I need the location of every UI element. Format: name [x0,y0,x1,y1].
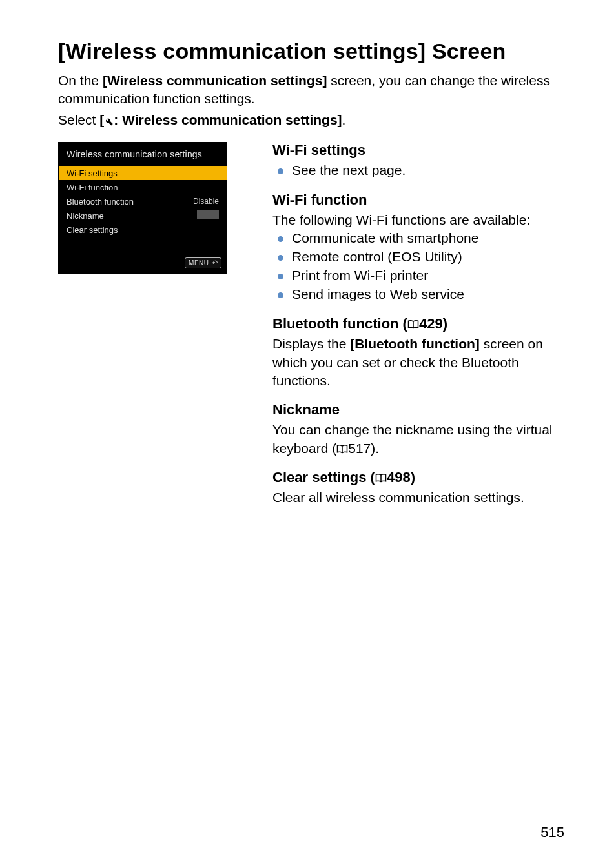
page-ref-icon [375,473,387,483]
select-pre: Select [58,112,99,127]
lcd-row-wifi-settings[interactable]: Wi-Fi settings [59,166,227,180]
lcd-row-value: Disable [193,197,219,206]
lcd-row-wifi-function[interactable]: Wi-Fi function [59,180,227,194]
intro-bold: [Wireless communication settings] [103,73,327,88]
select-line: Select [: Wireless communication setting… [58,111,564,130]
camera-lcd-screenshot: Wireless communication settings Wi-Fi se… [58,142,227,274]
section-wifi-settings: Wi-Fi settings See the next page. [272,142,564,180]
menu-return-button[interactable]: MENU ↶ [185,257,221,268]
section-text: Clear all wireless communication setting… [272,489,564,507]
page-number: 515 [540,824,564,841]
section-heading: Bluetooth function (429) [272,316,564,332]
section-clear-settings: Clear settings (498) Clear all wireless … [272,469,564,507]
select-bold: [: Wireless communication settings] [99,112,342,127]
section-heading: Wi-Fi function [272,192,564,208]
lcd-row-nickname[interactable]: Nickname [59,208,227,223]
lcd-title: Wireless communication settings [59,143,227,166]
page-ref-icon [407,319,419,329]
select-post: . [342,112,346,127]
lcd-spacer [59,237,227,252]
section-heading: Clear settings (498) [272,469,564,486]
section-intro: The following Wi-Fi functions are availa… [272,211,564,229]
lcd-row-clear-settings[interactable]: Clear settings [59,223,227,237]
section-wifi-function: Wi-Fi function The following Wi-Fi funct… [272,192,564,304]
lcd-row-label: Nickname [67,211,104,221]
wrench-icon [104,112,114,130]
section-heading: Wi-Fi settings [272,142,564,159]
page-title: [Wireless communication settings] Screen [58,39,564,64]
descriptions-column: Wi-Fi settings See the next page. Wi-Fi … [272,142,564,518]
lcd-row-value-blurred [197,210,219,221]
lcd-row-label: Wi-Fi function [67,183,118,192]
lcd-footer: MENU ↶ [59,255,227,274]
section-nickname: Nickname You can change the nickname usi… [272,401,564,458]
section-text: You can change the nickname using the vi… [272,421,564,458]
list-item: See the next page. [284,161,564,180]
lcd-row-label: Bluetooth function [67,197,134,207]
list-item: Communicate with smartphone [284,229,564,248]
section-heading: Nickname [272,401,564,418]
section-bluetooth: Bluetooth function (429) Displays the [B… [272,316,564,390]
lcd-menu-list: Wi-Fi settings Wi-Fi function Bluetooth … [59,166,227,255]
menu-label: MENU [189,259,209,267]
lcd-row-label: Clear settings [67,225,118,235]
lcd-row-label: Wi-Fi settings [67,168,118,178]
list-item: Print from Wi-Fi printer [284,267,564,285]
section-text: Displays the [Bluetooth function] screen… [272,335,564,390]
intro-paragraph: On the [Wireless communication settings]… [58,72,564,108]
intro-pre: On the [58,73,103,88]
list-item: Remote control (EOS Utility) [284,248,564,267]
page-ref-icon [336,444,348,454]
lcd-row-bluetooth[interactable]: Bluetooth function Disable [59,194,227,208]
return-icon: ↶ [212,259,218,267]
list-item: Send images to Web service [284,285,564,304]
